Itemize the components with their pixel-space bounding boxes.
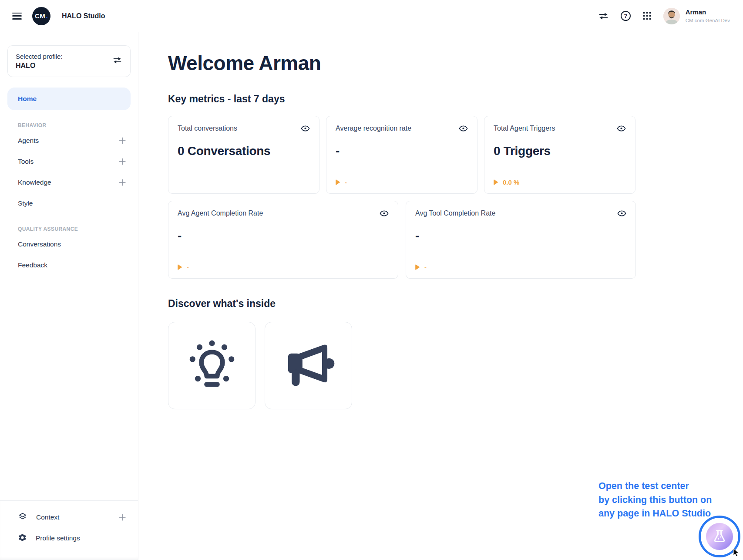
sidebar-item-agents[interactable]: Agents	[7, 130, 131, 151]
sidebar-item-profile-settings[interactable]: Profile settings	[7, 528, 131, 549]
eye-icon[interactable]	[617, 125, 626, 132]
test-center-button-inner	[706, 523, 733, 550]
metric-card-total-agent-triggers: Total Agent Triggers 0 Triggers 0.0 %	[484, 116, 635, 194]
metric-trend-value: -	[424, 263, 427, 271]
sidebar: Selected profile: HALO Home BEHAVIOR	[0, 32, 138, 560]
metric-label: Avg Agent Completion Rate	[178, 209, 263, 217]
add-context-icon[interactable]	[118, 513, 126, 521]
sidebar-footer: Context Profile settings	[0, 500, 138, 560]
metric-trend: -	[178, 263, 389, 271]
sidebar-item-label: Knowledge	[18, 179, 51, 186]
metric-value: -	[336, 144, 468, 158]
trend-triangle-icon	[494, 179, 498, 185]
avatar[interactable]	[663, 8, 680, 24]
cm-logo-text: CM	[35, 12, 45, 20]
discover-card-ideas[interactable]	[168, 322, 256, 409]
hint-line: by clicking this button on	[598, 493, 712, 507]
trend-triangle-icon	[178, 264, 182, 270]
sidebar-item-label: Style	[18, 199, 33, 207]
metric-trend: 0.0 %	[494, 179, 626, 186]
metric-label: Average recognition rate	[336, 125, 411, 132]
topbar-actions: ?	[598, 8, 730, 24]
sidebar-item-label: Context	[36, 513, 59, 521]
section-label-behavior: BEHAVIOR	[18, 122, 131, 128]
metric-value: 0 Conversations	[178, 144, 310, 158]
cm-logo-dot: .	[46, 12, 48, 20]
test-center-hint: Open the test center by clicking this bu…	[598, 479, 712, 521]
app-title: HALO Studio	[62, 12, 105, 20]
lightbulb-icon	[185, 338, 239, 393]
metric-value: 0 Triggers	[494, 144, 626, 158]
mouse-cursor	[733, 548, 741, 558]
sidebar-item-style[interactable]: Style	[7, 193, 131, 214]
discover-heading: Discover what's inside	[168, 298, 743, 310]
sidebar-item-context[interactable]: Context	[7, 507, 131, 528]
topbar: CM. HALO Studio ?	[0, 0, 743, 32]
metric-trend: -	[415, 263, 626, 271]
metric-trend-value: -	[187, 263, 189, 271]
metric-trend: -	[336, 179, 468, 186]
hint-line: Open the test center	[598, 479, 712, 493]
user-role: CM.com GenAI Dev	[686, 17, 730, 24]
megaphone-icon	[281, 342, 336, 390]
sidebar-item-knowledge[interactable]: Knowledge	[7, 172, 131, 193]
eye-icon[interactable]	[301, 125, 310, 132]
hint-line: any page in HALO Studio	[598, 507, 712, 521]
metric-card-avg-agent-completion-rate: Avg Agent Completion Rate - -	[168, 201, 398, 279]
sidebar-item-tools[interactable]: Tools	[7, 151, 131, 172]
trend-triangle-icon	[336, 179, 340, 185]
apps-grid-icon[interactable]	[642, 11, 652, 20]
discover-card-announcements[interactable]	[265, 322, 352, 409]
eye-icon[interactable]	[617, 210, 626, 217]
metric-trend-value: -	[345, 179, 347, 186]
metric-card-total-conversations: Total conversations 0 Conversations	[168, 116, 319, 194]
switch-workspace-icon[interactable]	[598, 12, 609, 20]
add-tool-icon[interactable]	[118, 158, 126, 165]
user-name: Arman	[686, 8, 730, 17]
metrics-row-1: Total conversations 0 Conversations Aver…	[168, 116, 743, 194]
add-knowledge-icon[interactable]	[118, 179, 126, 186]
section-label-quality-assurance: QUALITY ASSURANCE	[18, 226, 131, 232]
eye-icon[interactable]	[380, 210, 389, 217]
help-glyph: ?	[624, 13, 627, 19]
discover-cards	[168, 322, 743, 409]
sidebar-item-conversations[interactable]: Conversations	[7, 234, 131, 255]
add-agent-icon[interactable]	[118, 137, 126, 145]
metrics-row-2: Avg Agent Completion Rate - - Avg Tool C…	[168, 201, 743, 279]
gear-icon	[18, 533, 27, 544]
trend-triangle-icon	[415, 264, 420, 270]
sidebar-item-home[interactable]: Home	[7, 88, 131, 110]
page-title: Welcome Arman	[168, 51, 743, 75]
sidebar-item-label: Feedback	[18, 261, 47, 269]
selected-profile-card[interactable]: Selected profile: HALO	[7, 45, 131, 77]
eye-icon[interactable]	[459, 125, 468, 132]
metric-card-avg-tool-completion-rate: Avg Tool Completion Rate - -	[406, 201, 636, 279]
selected-profile-name: HALO	[16, 62, 63, 70]
help-icon[interactable]: ?	[621, 11, 631, 21]
sidebar-item-label: Agents	[18, 137, 39, 145]
metric-trend-value: 0.0 %	[503, 179, 519, 186]
cm-logo: CM.	[32, 7, 50, 25]
hamburger-menu-icon[interactable]	[12, 13, 22, 20]
metric-value: -	[415, 229, 626, 243]
sidebar-item-feedback[interactable]: Feedback	[7, 255, 131, 276]
layers-icon	[18, 512, 27, 523]
metric-card-average-recognition-rate: Average recognition rate - -	[326, 116, 477, 194]
metric-label: Total Agent Triggers	[494, 125, 555, 132]
sidebar-item-label: Profile settings	[36, 534, 80, 542]
sidebar-item-label: Tools	[18, 158, 34, 165]
metric-label: Total conversations	[178, 125, 237, 132]
metric-value: -	[178, 229, 389, 243]
selected-profile-label: Selected profile:	[16, 53, 63, 60]
switch-profile-icon[interactable]	[112, 56, 122, 66]
flask-icon	[712, 528, 727, 545]
user-info[interactable]: Arman CM.com GenAI Dev	[686, 8, 730, 24]
metric-label: Avg Tool Completion Rate	[415, 209, 495, 217]
sidebar-item-label: Conversations	[18, 240, 61, 248]
sidebar-item-label: Home	[18, 95, 37, 103]
metrics-heading: Key metrics - last 7 days	[168, 93, 743, 105]
halo-studio-app: CM. HALO Studio ?	[0, 0, 743, 560]
